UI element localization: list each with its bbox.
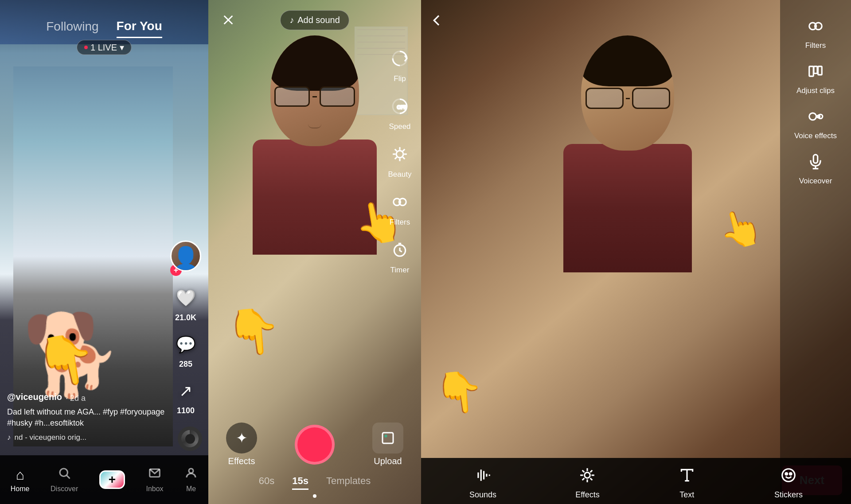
stickers-label: Stickers <box>774 490 803 500</box>
feed-header: Following For You <box>0 0 208 53</box>
timer-icon <box>386 236 414 264</box>
text-icon <box>679 467 695 488</box>
voice-effects-label: Voice effects <box>794 131 837 141</box>
feed-time: · 2d a <box>66 394 86 403</box>
pointing-hand-feed: 👇 <box>31 327 101 394</box>
nav-discover-label: Discover <box>51 485 78 493</box>
sounds-label: Sounds <box>469 490 496 500</box>
timer-control[interactable]: Timer <box>386 236 414 275</box>
sounds-icon <box>475 467 492 488</box>
svg-point-3 <box>189 469 193 473</box>
pointing-hand-camera-left: 👇 <box>224 303 284 360</box>
record-button[interactable] <box>295 425 335 465</box>
creator-avatar[interactable]: 👤 <box>170 240 201 271</box>
upload-icon <box>372 423 403 454</box>
voiceover-icon <box>807 153 824 174</box>
svg-line-15 <box>403 157 405 159</box>
svg-rect-31 <box>813 155 818 163</box>
music-note-icon: ♪ <box>289 15 294 25</box>
edit-bottom-toolbar: Sounds Effects <box>421 458 851 504</box>
svg-point-45 <box>782 469 795 482</box>
like-count: 21.0K <box>175 313 196 322</box>
feed-description: Dad left without me AGA... #fyp #foryoup… <box>7 407 168 429</box>
tab-for-you[interactable]: For You <box>117 16 162 38</box>
duration-templates[interactable]: Templates <box>326 475 371 490</box>
filters-icon <box>386 188 414 216</box>
speed-label: Speed <box>389 122 410 131</box>
comment-button[interactable]: 💬 285 <box>172 331 199 369</box>
nav-inbox-label: Inbox <box>146 485 163 493</box>
voiceover-tool[interactable]: Voiceover <box>799 153 832 186</box>
feed-info: @viceugenio · 2d a Dad left without me A… <box>7 392 168 442</box>
svg-line-1 <box>67 476 70 479</box>
svg-point-9 <box>396 151 403 158</box>
speed-control[interactable]: OFF Speed <box>386 92 414 131</box>
comment-icon: 💬 <box>172 331 199 358</box>
voice-effects-tool[interactable]: Voice effects <box>794 108 837 141</box>
effects-tool-icon <box>579 467 596 488</box>
feed-music[interactable]: ♪ nd - viceugenio orig... <box>7 433 168 442</box>
edit-right-sidebar: Filters Adjust clips Voice effects <box>780 0 851 504</box>
beauty-icon <box>386 140 414 168</box>
music-disc-inner <box>185 434 195 444</box>
active-duration-indicator <box>208 492 421 504</box>
svg-line-40 <box>590 478 593 481</box>
feed-video[interactable]: 🐕 <box>13 66 173 446</box>
share-count: 1100 <box>177 406 195 415</box>
svg-line-39 <box>582 470 585 473</box>
voice-effects-icon <box>807 108 824 128</box>
beauty-control[interactable]: Beauty <box>386 140 414 179</box>
camera-panel: 👇 👇 ♪ Add sound Flip <box>208 0 421 504</box>
svg-point-0 <box>60 469 68 477</box>
camera-record-area: ✦ Effects Upload <box>208 414 421 471</box>
duration-60s[interactable]: 60s <box>259 475 274 490</box>
nav-home-label: Home <box>11 485 30 493</box>
svg-line-16 <box>403 149 405 151</box>
stickers-tool[interactable]: Stickers <box>774 467 803 500</box>
svg-point-34 <box>585 473 590 478</box>
duration-15s[interactable]: 15s <box>292 475 308 490</box>
nav-create[interactable]: + <box>99 470 125 489</box>
nav-inbox[interactable]: Inbox <box>146 466 163 493</box>
feed-username[interactable]: @viceugenio <box>7 392 62 402</box>
svg-point-46 <box>785 473 788 475</box>
text-tool[interactable]: Text <box>679 467 695 500</box>
adjust-clips-tool[interactable]: Adjust clips <box>796 63 835 96</box>
profile-icon <box>184 466 198 483</box>
effects-button[interactable]: ✦ Effects <box>226 423 257 466</box>
effects-tool[interactable]: Effects <box>575 467 600 500</box>
nav-me[interactable]: Me <box>184 466 198 493</box>
flip-control[interactable]: Flip <box>386 44 414 83</box>
filters-tool-icon <box>807 18 824 38</box>
upload-button[interactable]: Upload <box>372 423 403 466</box>
edit-panel: 👇 👇 Filters Adju <box>421 0 851 504</box>
feed-music-text: nd - viceugenio orig... <box>15 433 87 442</box>
svg-line-42 <box>582 478 585 481</box>
filters-tool[interactable]: Filters <box>805 18 826 50</box>
create-plus-button[interactable]: + <box>99 470 125 489</box>
edit-back-button[interactable] <box>430 13 444 31</box>
share-button[interactable]: ↗ 1100 <box>172 378 199 415</box>
like-button[interactable]: 🤍 21.0K <box>172 285 199 322</box>
music-disc[interactable] <box>178 426 202 451</box>
tab-following[interactable]: Following <box>46 16 98 37</box>
filters-tool-label: Filters <box>805 41 826 50</box>
nav-discover[interactable]: Discover <box>51 466 78 493</box>
add-sound-button[interactable]: ♪ Add sound <box>280 10 349 30</box>
creator-avatar-container: 👤 + <box>170 240 201 276</box>
svg-line-14 <box>395 149 397 151</box>
camera-person <box>235 35 394 345</box>
heart-icon: 🤍 <box>172 285 199 311</box>
nav-home[interactable]: ⌂ Home <box>11 467 30 493</box>
stickers-icon <box>780 467 797 488</box>
feed-sidebar: 👤 + 🤍 21.0K 💬 285 ↗ 1100 <box>170 240 201 415</box>
adjust-clips-icon <box>807 63 824 83</box>
camera-close-button[interactable] <box>217 9 239 31</box>
sounds-tool[interactable]: Sounds <box>469 467 496 500</box>
search-icon <box>58 466 71 483</box>
duration-dot <box>313 494 316 498</box>
inbox-icon <box>148 466 161 483</box>
add-sound-label: Add sound <box>297 15 340 25</box>
svg-point-30 <box>818 114 823 119</box>
filters-control[interactable]: Filters <box>386 188 414 227</box>
